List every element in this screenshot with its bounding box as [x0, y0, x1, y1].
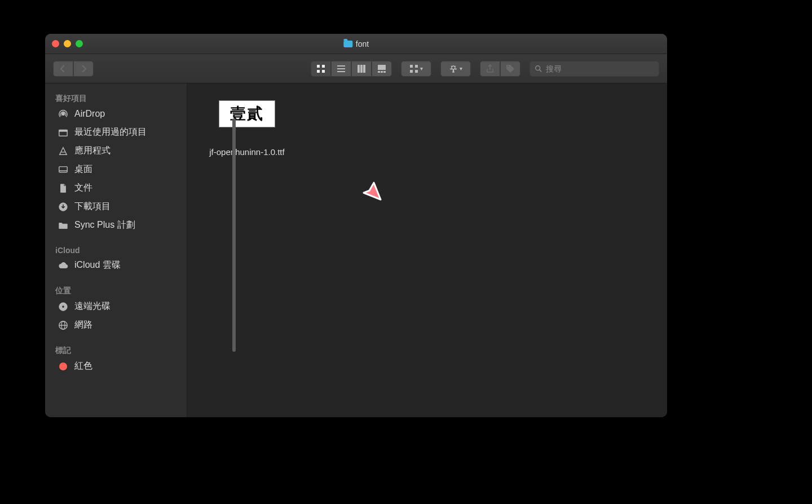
view-icon-button[interactable] [311, 61, 331, 77]
sidebar-item-remote-disc[interactable]: 遠端光碟 [45, 297, 187, 316]
svg-rect-0 [317, 65, 320, 68]
view-column-button[interactable] [351, 61, 372, 77]
sidebar-item-icloud-drive[interactable]: iCloud 雲碟 [45, 256, 187, 275]
sidebar-item-label: iCloud 雲碟 [74, 259, 121, 271]
sidebar-item-label: AirDrop [74, 109, 105, 119]
sidebar-header-tags: 標記 [45, 342, 187, 357]
svg-rect-9 [363, 65, 365, 73]
tag-button[interactable] [500, 61, 520, 77]
sidebar-item-label: 桌面 [74, 163, 92, 175]
share-button[interactable] [480, 61, 500, 77]
close-button[interactable] [52, 40, 59, 47]
search-input[interactable] [546, 64, 654, 73]
svg-rect-6 [337, 71, 345, 72]
svg-rect-7 [358, 65, 360, 73]
svg-rect-17 [415, 70, 418, 73]
action-group: ▾ [440, 61, 471, 77]
sidebar-item-documents[interactable]: 文件 [45, 179, 187, 197]
toolbar: ▾ ▾ [45, 54, 667, 83]
action-button[interactable]: ▾ [440, 61, 471, 77]
sidebar-item-label: 網路 [74, 319, 92, 331]
sidebar-item-label: 下載項目 [74, 201, 111, 213]
sidebar-item-label: 遠端光碟 [74, 300, 111, 312]
traffic-lights [52, 40, 83, 47]
window-title: font [343, 39, 369, 48]
network-icon [58, 320, 69, 331]
sidebar-item-downloads[interactable]: 下載項目 [45, 197, 187, 216]
svg-rect-4 [337, 65, 345, 67]
sidebar[interactable]: 喜好項目 AirDrop 最近使用過的項目 應用程式 桌面 文件 [45, 83, 187, 417]
svg-rect-14 [410, 65, 413, 68]
share-tag-group [480, 61, 520, 77]
window-body: 喜好項目 AirDrop 最近使用過的項目 應用程式 桌面 文件 [45, 83, 667, 417]
documents-icon [58, 183, 69, 194]
disc-icon [58, 301, 69, 312]
svg-rect-5 [337, 68, 345, 69]
chevron-down-icon: ▾ [420, 65, 423, 72]
folder-icon [343, 41, 352, 47]
view-gallery-button[interactable] [372, 61, 392, 77]
sidebar-item-label: 文件 [74, 182, 92, 194]
search-field[interactable] [529, 61, 659, 77]
cloud-icon [58, 260, 69, 271]
finder-window: font [45, 34, 667, 417]
file-item[interactable]: 壹貳 jf-openhuninn-1.0.ttf [196, 100, 298, 158]
file-thumbnail: 壹貳 [219, 100, 275, 127]
back-button[interactable] [53, 61, 73, 77]
svg-rect-24 [59, 166, 67, 172]
search-icon [535, 65, 542, 73]
sidebar-item-syncplus[interactable]: Sync Plus 計劃 [45, 216, 187, 235]
sidebar-header-locations: 位置 [45, 282, 187, 297]
forward-button[interactable] [73, 61, 94, 77]
sidebar-item-recents[interactable]: 最近使用過的項目 [45, 123, 187, 142]
zoom-button[interactable] [76, 40, 83, 47]
sidebar-item-label: 紅色 [74, 360, 92, 372]
svg-rect-3 [322, 70, 325, 73]
downloads-icon [58, 201, 69, 213]
window-title-text: font [356, 39, 369, 48]
svg-rect-8 [360, 65, 363, 73]
sidebar-scrollbar[interactable] [232, 118, 236, 352]
svg-point-20 [61, 112, 64, 115]
titlebar: font [45, 34, 667, 54]
sidebar-item-label: Sync Plus 計劃 [74, 219, 135, 231]
svg-rect-13 [383, 71, 386, 73]
sidebar-item-applications[interactable]: 應用程式 [45, 142, 187, 160]
svg-point-18 [536, 65, 540, 70]
arrange-group: ▾ [401, 61, 431, 77]
svg-rect-10 [378, 65, 386, 70]
sidebar-item-label: 應用程式 [74, 145, 111, 157]
applications-icon [58, 145, 69, 157]
tag-dot-icon [58, 361, 69, 372]
svg-line-19 [540, 69, 542, 72]
arrange-button[interactable]: ▾ [401, 61, 431, 77]
file-grid[interactable]: 壹貳 jf-openhuninn-1.0.ttf [187, 83, 667, 417]
svg-rect-12 [381, 71, 383, 73]
folder-icon [58, 220, 69, 231]
minimize-button[interactable] [64, 40, 71, 47]
chevron-down-icon: ▾ [460, 65, 462, 72]
sidebar-header-icloud: iCloud [45, 242, 187, 256]
sidebar-item-network[interactable]: 網路 [45, 316, 187, 334]
view-list-button[interactable] [331, 61, 351, 77]
recents-icon [58, 127, 69, 138]
svg-point-28 [62, 305, 65, 308]
svg-rect-16 [410, 70, 413, 73]
sidebar-item-label: 最近使用過的項目 [74, 126, 147, 138]
svg-rect-22 [59, 130, 67, 131]
sidebar-header-favorites: 喜好項目 [45, 90, 187, 105]
sidebar-item-airdrop[interactable]: AirDrop [45, 105, 187, 123]
svg-rect-15 [415, 65, 418, 68]
sidebar-item-tag-red[interactable]: 紅色 [45, 357, 187, 375]
file-name: jf-openhuninn-1.0.ttf [209, 131, 284, 158]
sidebar-item-desktop[interactable]: 桌面 [45, 160, 187, 179]
view-switcher [311, 61, 392, 77]
svg-rect-2 [317, 70, 320, 73]
svg-rect-11 [378, 71, 380, 73]
airdrop-icon [58, 108, 69, 120]
nav-buttons [53, 61, 94, 77]
desktop-icon [58, 164, 69, 175]
svg-rect-1 [322, 65, 325, 68]
